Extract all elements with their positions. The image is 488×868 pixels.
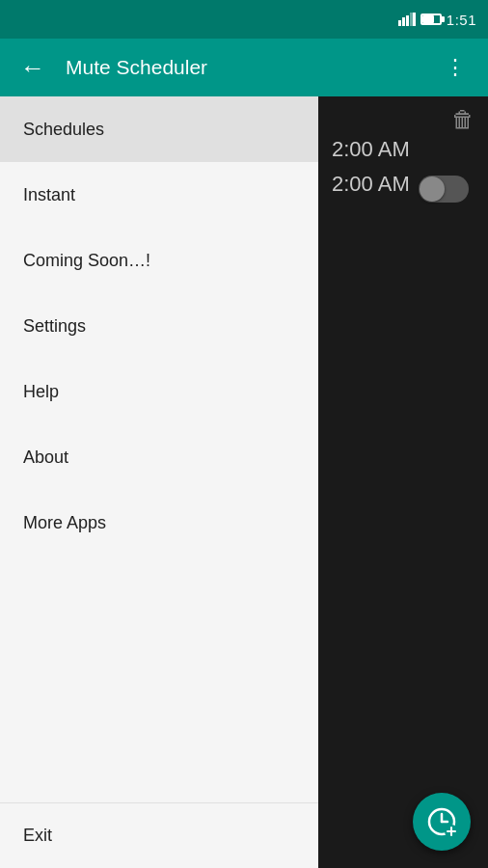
svg-marker-4 bbox=[413, 13, 416, 26]
sidebar-item-more-apps-label: More Apps bbox=[23, 513, 106, 533]
nav-drawer: Schedules Instant Coming Soon…! Settings… bbox=[0, 96, 318, 868]
status-time: 1:51 bbox=[447, 12, 476, 28]
svg-rect-2 bbox=[406, 15, 409, 26]
add-schedule-icon bbox=[425, 805, 458, 838]
signal-icon bbox=[398, 13, 416, 26]
sidebar-item-instant[interactable]: Instant bbox=[0, 162, 318, 228]
schedule-start-time: 2:00 AM bbox=[332, 137, 410, 162]
back-button[interactable]: ← bbox=[15, 50, 50, 85]
back-arrow-icon: ← bbox=[20, 53, 45, 83]
more-icon: ⋮ bbox=[445, 55, 467, 80]
sidebar-item-coming-soon[interactable]: Coming Soon…! bbox=[0, 228, 318, 293]
svg-rect-0 bbox=[398, 20, 401, 26]
schedule-toggle[interactable] bbox=[419, 176, 469, 203]
sidebar-item-about[interactable]: About bbox=[0, 424, 318, 490]
content-area: 🗑 2:00 AM 2:00 AM bbox=[318, 96, 488, 868]
sidebar-item-instant-label: Instant bbox=[23, 185, 75, 205]
status-bar: 1:51 bbox=[0, 0, 488, 39]
toggle-area bbox=[419, 176, 469, 203]
delete-icon-area: 🗑 bbox=[451, 106, 474, 133]
sidebar-item-settings-label: Settings bbox=[23, 316, 86, 337]
sidebar-item-schedules[interactable]: Schedules bbox=[0, 96, 318, 162]
status-icons: 1:51 bbox=[398, 12, 476, 28]
schedule-end-time: 2:00 AM bbox=[332, 172, 410, 197]
sidebar-item-help-label: Help bbox=[23, 382, 59, 402]
toggle-knob bbox=[420, 176, 445, 202]
app-bar: ← Mute Scheduler ⋮ bbox=[0, 39, 488, 96]
app-title: Mute Scheduler bbox=[66, 56, 422, 79]
svg-rect-3 bbox=[410, 13, 413, 26]
sidebar-item-more-apps[interactable]: More Apps bbox=[0, 490, 318, 556]
sidebar-item-exit[interactable]: Exit bbox=[0, 802, 318, 868]
delete-icon[interactable]: 🗑 bbox=[451, 106, 474, 132]
sidebar-item-schedules-label: Schedules bbox=[23, 120, 104, 140]
more-options-button[interactable]: ⋮ bbox=[438, 50, 473, 85]
sidebar-item-settings[interactable]: Settings bbox=[0, 293, 318, 359]
battery-icon bbox=[420, 14, 442, 25]
add-schedule-fab[interactable] bbox=[413, 793, 471, 851]
sidebar-item-exit-label: Exit bbox=[23, 826, 52, 846]
svg-rect-1 bbox=[402, 17, 405, 26]
sidebar-item-help[interactable]: Help bbox=[0, 359, 318, 424]
main-container: Schedules Instant Coming Soon…! Settings… bbox=[0, 96, 488, 868]
sidebar-item-coming-soon-label: Coming Soon…! bbox=[23, 251, 150, 271]
sidebar-item-about-label: About bbox=[23, 448, 68, 468]
